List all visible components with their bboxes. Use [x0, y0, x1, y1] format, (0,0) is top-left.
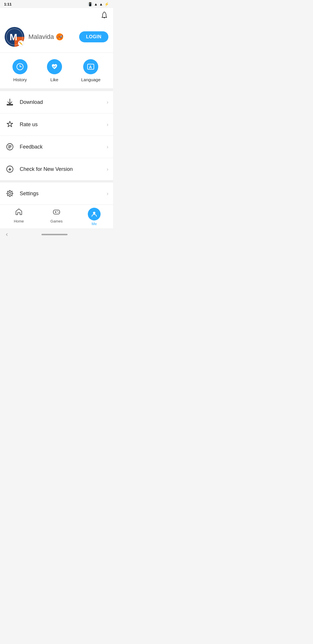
nav-games[interactable]: Games	[46, 208, 67, 226]
svg-text:🚀: 🚀	[57, 36, 59, 38]
feedback-icon	[5, 142, 15, 152]
gesture-bar	[41, 234, 68, 235]
me-bubble	[88, 208, 101, 220]
settings-icon	[5, 188, 15, 199]
svg-point-15	[9, 192, 11, 195]
nav-me[interactable]: Me	[84, 208, 104, 226]
svg-text:M: M	[10, 32, 17, 42]
back-arrow[interactable]: ‹	[6, 231, 8, 238]
menu-item-rate-us[interactable]: Rate us ›	[0, 113, 113, 136]
check-version-icon	[5, 164, 15, 174]
me-label: Me	[92, 222, 97, 226]
rate-us-chevron: ›	[107, 122, 108, 128]
settings-chevron: ›	[107, 191, 108, 197]
wifi-icon: ▲	[94, 2, 98, 6]
notification-bar	[0, 8, 113, 24]
svg-point-16	[7, 191, 12, 196]
menu-item-download[interactable]: Download ›	[0, 91, 113, 113]
home-label: Home	[14, 219, 24, 223]
rate-us-label: Rate us	[20, 122, 107, 128]
menu-item-check-version[interactable]: Check for New Version ›	[0, 158, 113, 180]
status-bar: 1:11 📳 ▲ ▲ ⚡	[0, 0, 113, 8]
profile-left: M ✏️ Malavida 🚀 🚀	[5, 27, 63, 47]
status-icons: 📳 ▲ ▲ ⚡	[88, 2, 109, 6]
quick-action-history[interactable]: History	[12, 59, 28, 82]
check-version-label: Check for New Version	[20, 166, 107, 172]
bell-icon[interactable]	[100, 11, 108, 21]
quick-action-like[interactable]: Like	[47, 59, 62, 82]
feedback-label: Feedback	[20, 144, 107, 150]
download-chevron: ›	[107, 99, 108, 105]
edit-badge[interactable]: ✏️	[18, 40, 24, 46]
section-divider-2	[0, 180, 113, 182]
svg-point-20	[57, 211, 58, 212]
svg-point-21	[58, 212, 59, 213]
svg-text:A: A	[89, 65, 92, 69]
download-icon	[5, 97, 15, 107]
settings-group: Settings ›	[0, 182, 113, 205]
like-label: Like	[50, 77, 59, 82]
gesture-bar-row: ‹	[0, 228, 113, 242]
svg-point-22	[93, 212, 95, 214]
language-icon: A	[83, 59, 98, 74]
signal-icon: ▲	[99, 2, 103, 6]
games-label: Games	[50, 219, 63, 223]
status-time: 1:11	[4, 2, 12, 6]
download-label: Download	[20, 99, 107, 105]
profile-section: M ✏️ Malavida 🚀 🚀 LOGIN	[0, 24, 113, 53]
feedback-chevron: ›	[107, 144, 108, 150]
battery-icon: ⚡	[104, 2, 109, 6]
quick-actions: History Like A Language	[0, 53, 113, 88]
bottom-nav: Home Games Me	[0, 205, 113, 228]
settings-label: Settings	[20, 191, 107, 197]
menu-item-settings[interactable]: Settings ›	[0, 182, 113, 205]
menu-list: Download › Rate us › Feedback ›	[0, 91, 113, 180]
menu-item-feedback[interactable]: Feedback ›	[0, 136, 113, 158]
language-label: Language	[81, 77, 101, 82]
check-version-chevron: ›	[107, 166, 108, 172]
home-icon	[15, 208, 23, 218]
verified-badge: 🚀 🚀	[56, 33, 63, 40]
profile-name-row: Malavida 🚀 🚀	[28, 33, 63, 41]
quick-action-language[interactable]: A Language	[81, 59, 101, 82]
nav-home[interactable]: Home	[9, 208, 29, 226]
history-icon	[12, 59, 28, 74]
games-icon	[52, 208, 61, 218]
profile-name: Malavida	[28, 33, 54, 41]
like-icon	[47, 59, 62, 74]
star-icon	[5, 119, 15, 130]
history-label: History	[13, 77, 27, 82]
login-button[interactable]: LOGIN	[79, 31, 108, 42]
section-divider-1	[0, 89, 113, 91]
vibrate-icon: 📳	[88, 2, 92, 6]
avatar-container[interactable]: M ✏️	[5, 27, 24, 47]
